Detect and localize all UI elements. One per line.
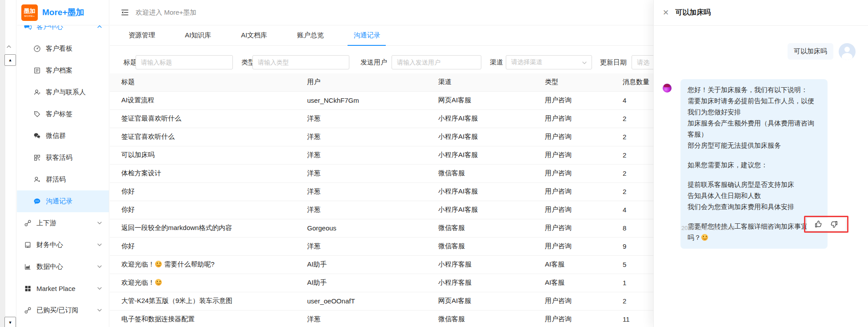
- sidebar-item-获客活码[interactable]: 获客活码: [17, 147, 109, 169]
- table-row[interactable]: AI设置流程user_NCkhF7Gm网页AI客服用户咨询4: [110, 91, 653, 109]
- chevron-down-icon: [96, 285, 103, 291]
- sidebar-item-数据中心[interactable]: 数据中心: [17, 256, 109, 278]
- contacts-icon: [33, 89, 41, 96]
- main-content: 欢迎进入 More+墨加 资源管理AI知识库AI文档库账户总览沟通记录 标题类型…: [110, 0, 653, 327]
- table-row[interactable]: 返回一段较全的markdown格式的内容Gorgeous微信客服用户咨询8: [110, 219, 653, 237]
- sidebar-item-label: 沟通记录: [46, 197, 72, 206]
- chevron-up-icon[interactable]: [6, 44, 16, 52]
- tab-沟通记录[interactable]: 沟通记录: [348, 25, 386, 45]
- tab-账户总览[interactable]: 账户总览: [291, 25, 329, 45]
- cell-type: 用户咨询: [545, 237, 623, 255]
- column-header-消息数量: 消息数量: [623, 73, 653, 91]
- table-row[interactable]: 电子签和数据连接器配置洋葱微信客服用户咨询11: [110, 310, 653, 327]
- filter-input-发送用户[interactable]: [392, 55, 481, 69]
- cell-count: 2: [623, 128, 653, 146]
- cell-user: Gorgeous: [307, 219, 438, 237]
- sidebar-item-客户与联系人[interactable]: 客户与联系人: [17, 81, 109, 103]
- column-header-用户: 用户: [307, 73, 438, 91]
- chevron-down-icon: [96, 307, 103, 313]
- cell-user: 洋葱: [307, 201, 438, 219]
- cell-title: 签证官喜欢听什么: [110, 128, 307, 146]
- cell-title: 大管-K24第五版（9米上）装车示意图: [110, 292, 307, 310]
- cell-count: 4: [623, 201, 653, 219]
- sidebar-item-已购买-已订阅[interactable]: 已购买/已订阅: [17, 299, 109, 321]
- cell-count: 2: [623, 164, 653, 182]
- filter-input-类型[interactable]: [252, 55, 349, 69]
- scroll-down-button[interactable]: ▼: [4, 317, 16, 327]
- table-row[interactable]: 签证官喜欢听什么洋葱小程序AI客服用户咨询2: [110, 128, 653, 146]
- sidebar-item-label: Market Place: [36, 285, 76, 292]
- cell-title: 签证官最喜欢听什么: [110, 109, 307, 128]
- tab-AI文档库[interactable]: AI文档库: [235, 25, 273, 45]
- table-row[interactable]: 欢迎光临！ 需要什么帮助呢?AI助手小程序客服AI客服5: [110, 255, 653, 274]
- user-message-bubble: 可以加床吗: [788, 43, 833, 60]
- close-icon[interactable]: ✕: [663, 9, 669, 16]
- sidebar-item-客户档案[interactable]: 客户档案: [17, 60, 109, 81]
- sidebar-item-群活码[interactable]: 群活码: [17, 169, 109, 190]
- tab-资源管理[interactable]: 资源管理: [123, 25, 161, 45]
- cell-type: 用户咨询: [545, 292, 623, 310]
- thumb-down-icon[interactable]: [829, 220, 838, 229]
- sidebar-item-上下游[interactable]: 上下游: [17, 212, 109, 234]
- table-row[interactable]: 你好洋葱微信客服用户咨询9: [110, 237, 653, 255]
- tab-AI知识库[interactable]: AI知识库: [179, 25, 217, 45]
- ai-message-paragraph: 您好！关于加床服务，我们有以下说明：需要加床时请务必提前告知工作人员，以便我们为…: [688, 84, 820, 151]
- dashboard-icon: [33, 45, 41, 52]
- cell-type: 用户咨询: [545, 146, 623, 164]
- cell-title: 欢迎光临！: [110, 274, 307, 292]
- cell-title: 你好: [110, 201, 307, 219]
- cell-channel: 小程序AI客服: [438, 128, 545, 146]
- cell-count: 11: [623, 310, 653, 327]
- cell-title: 欢迎光临！ 需要什么帮助呢?: [110, 255, 307, 274]
- cell-user: 洋葱: [307, 128, 438, 146]
- select-placeholder: 请选择渠道: [511, 58, 542, 66]
- sidebar-item-market-place[interactable]: Market Place: [17, 278, 109, 299]
- cell-channel: 微信客服: [438, 237, 545, 255]
- cell-user: AI助手: [307, 274, 438, 292]
- cell-title: 返回一段较全的markdown格式的内容: [110, 219, 307, 237]
- table-row[interactable]: 大管-K24第五版（9米上）装车示意图user_oeOOnafT网页AI客服用户…: [110, 292, 653, 310]
- filter-input-标题[interactable]: [136, 55, 233, 69]
- cell-channel: 微信客服: [438, 164, 545, 182]
- sidebar-item-微信群[interactable]: 微信群: [17, 125, 109, 147]
- ai-avatar: [663, 84, 672, 93]
- finance-icon: [24, 241, 32, 249]
- menu-fold-icon[interactable]: [120, 8, 129, 17]
- cell-title: 电子签和数据连接器配置: [110, 310, 307, 327]
- table-row[interactable]: 可以加床吗洋葱小程序AI客服用户咨询2: [110, 146, 653, 164]
- ai-message-paragraph: 需要帮您转接人工客服详细咨询加床事宜吗？: [688, 221, 820, 243]
- chevron-down-icon: [96, 242, 103, 248]
- table-row[interactable]: 欢迎光临！AI助手小程序客服AI客服1: [110, 274, 653, 292]
- table-row[interactable]: 你好洋葱小程序AI客服用户咨询2: [110, 182, 653, 201]
- thumb-up-icon[interactable]: [814, 220, 823, 229]
- cell-user: 洋葱: [307, 164, 438, 182]
- filter-label-标题: 标题: [124, 52, 137, 73]
- smile-emoji: [701, 234, 708, 241]
- table-row[interactable]: 体检方案设计洋葱微信客服用户咨询2: [110, 164, 653, 182]
- filter-bar: 标题类型发送用户渠道请选择渠道更新日期: [110, 52, 653, 73]
- table-header-row: 标题用户渠道类型消息数量: [110, 73, 653, 91]
- cell-channel: 小程序AI客服: [438, 146, 545, 164]
- market-grid-icon: [24, 285, 32, 292]
- filter-input-更新日期[interactable]: [632, 55, 653, 69]
- table-row[interactable]: 你好洋葱小程序AI客服用户咨询4: [110, 201, 653, 219]
- filter-select-渠道[interactable]: 请选择渠道: [506, 55, 592, 69]
- sidebar-item-财务中心[interactable]: 财务中心: [17, 234, 109, 256]
- cell-type: 用户咨询: [545, 164, 623, 182]
- brand-logo: 墨加 MORE+: [21, 4, 38, 21]
- panel-header: ✕ 可以加床吗: [654, 0, 868, 26]
- scroll-up-button[interactable]: ▲: [4, 54, 16, 66]
- sidebar-item-沟通记录[interactable]: 沟通记录: [17, 190, 109, 212]
- cell-type: AI客服: [545, 255, 623, 274]
- records-table-wrap: 标题用户渠道类型消息数量 AI设置流程user_NCkhF7Gm网页AI客服用户…: [110, 73, 653, 327]
- cell-count: 2: [623, 292, 653, 310]
- table-row[interactable]: 签证官最喜欢听什么洋葱小程序AI客服用户咨询2: [110, 109, 653, 128]
- sidebar-item-label: 已购买/已订阅: [36, 306, 78, 315]
- cell-count: 2: [623, 109, 653, 128]
- cell-user: 洋葱: [307, 182, 438, 201]
- sidebar-item-客户标签[interactable]: 客户标签: [17, 103, 109, 125]
- sidebar-item-客户看板[interactable]: 客户看板: [17, 38, 109, 60]
- cell-title: 体检方案设计: [110, 164, 307, 182]
- cell-channel: 小程序AI客服: [438, 201, 545, 219]
- filter-label-更新日期: 更新日期: [600, 52, 627, 73]
